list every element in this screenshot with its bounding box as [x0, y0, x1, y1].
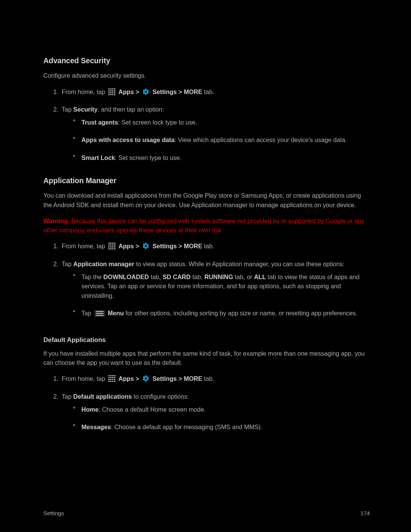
- step-2-text-c: , and then tap an option:: [98, 106, 164, 113]
- option-messages: Messages: Choose a default app for messa…: [73, 422, 370, 431]
- step-1-appmgr: From home, tap Apps > Settings > MORE ta…: [60, 241, 370, 252]
- smart-lock-label: Smart Lock: [81, 154, 115, 161]
- apps-grid-icon: [108, 242, 116, 252]
- svg-rect-37: [110, 375, 112, 376]
- sdcard-tab-label: SD CARD: [162, 273, 191, 280]
- heading-default-applications: Default Applications: [43, 335, 370, 345]
- warning-label: Warning: [43, 217, 68, 224]
- settings-more-label: Settings > MORE: [153, 243, 202, 249]
- svg-rect-36: [108, 375, 110, 376]
- tabs-m2: tab,: [191, 273, 204, 280]
- svg-rect-13: [110, 94, 112, 95]
- apps-grid-icon: [108, 88, 116, 98]
- downloaded-tab-label: DOWNLOADED: [104, 273, 149, 280]
- footer-section-name: Settings: [43, 509, 64, 518]
- svg-rect-45: [110, 379, 112, 380]
- svg-rect-44: [108, 379, 110, 380]
- option-smart-lock: Smart Lock: Set screen type to use.: [73, 153, 370, 162]
- intro-application-manager: You can download and install application…: [43, 191, 370, 209]
- svg-rect-50: [112, 381, 113, 382]
- apps-label: Apps >: [118, 375, 141, 382]
- option-home: Home: Choose a default Home screen mode.: [73, 405, 370, 414]
- svg-rect-27: [114, 246, 115, 248]
- all-tab-label: ALL: [254, 273, 266, 280]
- svg-rect-3: [114, 88, 115, 89]
- svg-rect-29: [110, 248, 112, 249]
- home-desc: : Choose a default Home screen mode.: [99, 406, 206, 413]
- step-2-text-a3: Tap: [62, 393, 73, 400]
- svg-rect-24: [108, 246, 110, 248]
- step-1: From home, tap Apps > Settings > MORE ta…: [60, 87, 370, 98]
- manual-page: Advanced Security Configure advanced sec…: [0, 0, 411, 532]
- svg-rect-41: [110, 377, 112, 378]
- tabs-m1: tab,: [149, 273, 162, 280]
- step-2-appmgr: Tap Application manager to view app stat…: [60, 259, 370, 319]
- svg-rect-28: [108, 248, 110, 249]
- svg-rect-26: [112, 246, 113, 248]
- svg-rect-30: [112, 248, 113, 249]
- step-2: Tap Security, and then tap an option: Tr…: [60, 105, 370, 162]
- usage-data-label: Apps with access to usage data: [81, 136, 175, 143]
- svg-rect-7: [114, 90, 115, 91]
- defapp-options: Home: Choose a default Home screen mode.…: [73, 405, 370, 432]
- svg-rect-20: [108, 244, 110, 246]
- menu-label: Menu: [108, 310, 124, 316]
- steps-application-manager: From home, tap Apps > Settings > MORE ta…: [52, 241, 370, 319]
- tab-suffix: tab.: [202, 375, 215, 382]
- svg-rect-31: [114, 248, 115, 249]
- settings-gear-icon: [142, 88, 150, 98]
- svg-rect-49: [110, 381, 112, 382]
- svg-rect-42: [112, 377, 113, 378]
- messages-desc: : Choose a default app for messaging (SM…: [111, 423, 262, 430]
- step-1-defapp: From home, tap Apps > Settings > MORE ta…: [60, 374, 370, 385]
- security-options: Trust agents: Set screen lock type to us…: [73, 118, 370, 162]
- usage-data-desc: : View which applications can access you…: [175, 136, 347, 143]
- smart-lock-desc: : Set screen type to use.: [115, 154, 182, 161]
- appmgr-options: Tap the DOWNLOADED tab, SD CARD tab, RUN…: [73, 272, 370, 319]
- svg-rect-51: [114, 381, 115, 382]
- svg-rect-39: [114, 375, 115, 376]
- warning-body: : Because this device can be configured …: [43, 217, 364, 233]
- svg-rect-1: [110, 88, 112, 89]
- svg-rect-33: [96, 311, 104, 312]
- intro-advanced-security: Configure advanced security settings.: [43, 71, 370, 80]
- svg-rect-40: [108, 377, 110, 378]
- messages-label: Messages: [81, 423, 111, 430]
- settings-more-label: Settings > MORE: [153, 88, 202, 95]
- trust-agents-desc: : Set screen lock type to use.: [118, 119, 197, 126]
- settings-gear-icon: [142, 242, 150, 252]
- step-2-defapp: Tap Default applications to configure op…: [60, 392, 370, 432]
- step-2-text-a2: Tap: [62, 260, 73, 267]
- menu-a: Tap: [81, 310, 93, 316]
- default-applications-label: Default applications: [73, 393, 132, 400]
- svg-rect-34: [96, 313, 104, 314]
- page-footer: Settings 174: [43, 509, 370, 518]
- svg-rect-4: [108, 90, 110, 91]
- svg-rect-46: [112, 379, 113, 380]
- security-label: Security: [73, 106, 98, 113]
- settings-more-label: Settings > MORE: [153, 375, 202, 382]
- option-usage-data: Apps with access to usage data: View whi…: [73, 135, 370, 144]
- settings-gear-icon: [142, 375, 150, 385]
- step-1-text-a3: From home, tap: [62, 375, 107, 382]
- tabs-m3: tab, or: [233, 273, 254, 280]
- svg-rect-10: [112, 92, 113, 93]
- step-2-text-c3: to configure options:: [132, 393, 189, 400]
- svg-rect-18: [112, 243, 113, 244]
- svg-rect-23: [114, 244, 115, 246]
- steps-advanced-security: From home, tap Apps > Settings > MORE ta…: [52, 87, 370, 162]
- svg-rect-11: [114, 92, 115, 93]
- svg-rect-14: [112, 94, 113, 95]
- svg-rect-17: [110, 243, 112, 244]
- svg-rect-9: [110, 92, 112, 93]
- apps-label: Apps >: [118, 88, 141, 95]
- menu-r: for other options, including sorting by …: [124, 310, 357, 316]
- step-1-text-a: From home, tap: [62, 88, 107, 95]
- apps-grid-icon: [108, 375, 116, 385]
- step-1-text-a2: From home, tap: [62, 243, 107, 249]
- svg-rect-15: [114, 94, 115, 95]
- svg-rect-38: [112, 375, 113, 376]
- application-manager-label: Application manager: [73, 260, 134, 267]
- warning-text: Warning: Because this device can be conf…: [43, 216, 370, 235]
- steps-default-applications: From home, tap Apps > Settings > MORE ta…: [52, 374, 370, 431]
